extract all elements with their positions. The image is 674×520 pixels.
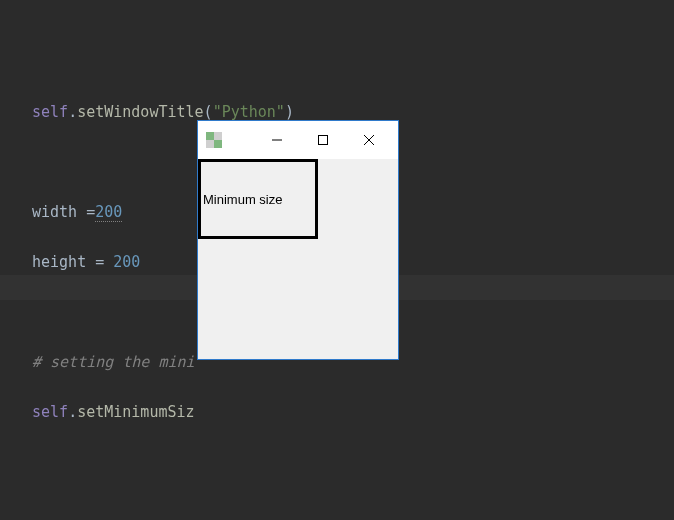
code-line (32, 500, 674, 520)
label-minimum-size: Minimum size (198, 159, 318, 239)
svg-rect-1 (319, 136, 328, 145)
maximize-icon (318, 135, 328, 145)
minimize-icon (272, 135, 282, 145)
code-line (32, 450, 674, 475)
app-window[interactable]: Minimum size (197, 120, 399, 360)
minimize-button[interactable] (254, 121, 300, 159)
window-icon (206, 132, 222, 148)
label-text: Minimum size (203, 187, 282, 212)
window-client-area: Minimum size (198, 159, 398, 359)
window-titlebar[interactable] (198, 121, 398, 159)
code-line: self.setMinimumSiz (32, 400, 674, 425)
close-button[interactable] (346, 121, 392, 159)
maximize-button[interactable] (300, 121, 346, 159)
close-icon (364, 135, 374, 145)
